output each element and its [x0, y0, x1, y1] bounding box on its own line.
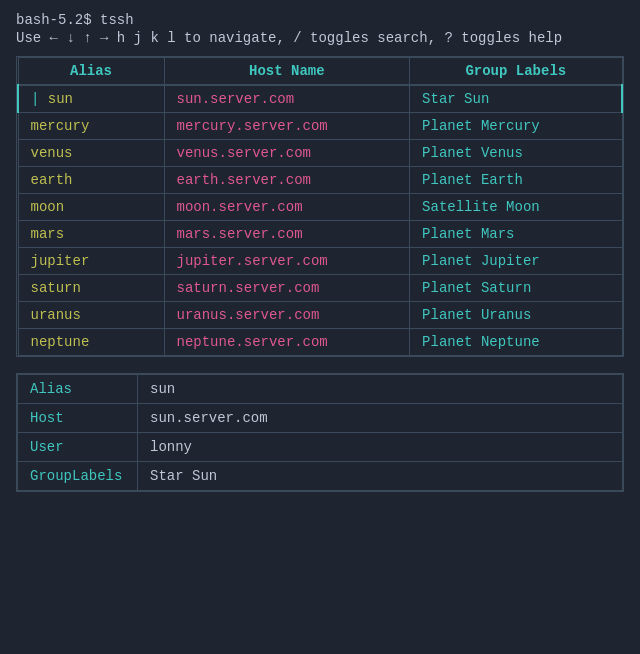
alias-cell: neptune	[18, 329, 164, 356]
detail-value: sun.server.com	[138, 404, 623, 433]
alias-cell: moon	[18, 194, 164, 221]
group-cell: Planet Saturn	[410, 275, 622, 302]
table-row[interactable]: mercurymercury.server.comPlanet Mercury	[18, 113, 622, 140]
table-row[interactable]: earthearth.server.comPlanet Earth	[18, 167, 622, 194]
header-group: Group Labels	[410, 58, 622, 86]
detail-row: Userlonny	[18, 433, 623, 462]
table-header-row: Alias Host Name Group Labels	[18, 58, 622, 86]
alias-cell: jupiter	[18, 248, 164, 275]
alias-cell: | sun	[18, 85, 164, 113]
host-cell: uranus.server.com	[164, 302, 410, 329]
host-cell: venus.server.com	[164, 140, 410, 167]
host-cell: saturn.server.com	[164, 275, 410, 302]
detail-label: Alias	[18, 375, 138, 404]
alias-cell: mars	[18, 221, 164, 248]
table-row[interactable]: marsmars.server.comPlanet Mars	[18, 221, 622, 248]
table-row[interactable]: | sunsun.server.comStar Sun	[18, 85, 622, 113]
detail-value: Star Sun	[138, 462, 623, 491]
detail-label: Host	[18, 404, 138, 433]
detail-table-container: AliassunHostsun.server.comUserlonnyGroup…	[16, 373, 624, 492]
header-host: Host Name	[164, 58, 410, 86]
table-row[interactable]: jupiterjupiter.server.comPlanet Jupiter	[18, 248, 622, 275]
group-cell: Satellite Moon	[410, 194, 622, 221]
group-cell: Planet Earth	[410, 167, 622, 194]
alias-cell: mercury	[18, 113, 164, 140]
detail-label: User	[18, 433, 138, 462]
table-row[interactable]: uranusuranus.server.comPlanet Uranus	[18, 302, 622, 329]
detail-label: GroupLabels	[18, 462, 138, 491]
detail-row: GroupLabelsStar Sun	[18, 462, 623, 491]
host-cell: moon.server.com	[164, 194, 410, 221]
alias-cell: uranus	[18, 302, 164, 329]
host-cell: neptune.server.com	[164, 329, 410, 356]
table-row[interactable]: neptuneneptune.server.comPlanet Neptune	[18, 329, 622, 356]
detail-value: sun	[138, 375, 623, 404]
host-cell: jupiter.server.com	[164, 248, 410, 275]
server-table: Alias Host Name Group Labels | sunsun.se…	[17, 57, 623, 356]
terminal-prompt: bash-5.2$ tssh	[16, 12, 624, 28]
table-row[interactable]: venusvenus.server.comPlanet Venus	[18, 140, 622, 167]
header-alias: Alias	[18, 58, 164, 86]
terminal-help: Use ← ↓ ↑ → h j k l to navigate, / toggl…	[16, 30, 624, 46]
group-cell: Planet Uranus	[410, 302, 622, 329]
alias-cell: saturn	[18, 275, 164, 302]
host-cell: mars.server.com	[164, 221, 410, 248]
group-cell: Planet Mercury	[410, 113, 622, 140]
table-row[interactable]: saturnsaturn.server.comPlanet Saturn	[18, 275, 622, 302]
detail-value: lonny	[138, 433, 623, 462]
group-cell: Planet Neptune	[410, 329, 622, 356]
detail-table: AliassunHostsun.server.comUserlonnyGroup…	[17, 374, 623, 491]
main-table-container: Alias Host Name Group Labels | sunsun.se…	[16, 56, 624, 357]
group-cell: Planet Jupiter	[410, 248, 622, 275]
alias-cell: venus	[18, 140, 164, 167]
host-cell: sun.server.com	[164, 85, 410, 113]
table-row[interactable]: moonmoon.server.comSatellite Moon	[18, 194, 622, 221]
group-cell: Planet Venus	[410, 140, 622, 167]
group-cell: Star Sun	[410, 85, 622, 113]
alias-cell: earth	[18, 167, 164, 194]
host-cell: earth.server.com	[164, 167, 410, 194]
host-cell: mercury.server.com	[164, 113, 410, 140]
detail-row: Aliassun	[18, 375, 623, 404]
detail-row: Hostsun.server.com	[18, 404, 623, 433]
group-cell: Planet Mars	[410, 221, 622, 248]
